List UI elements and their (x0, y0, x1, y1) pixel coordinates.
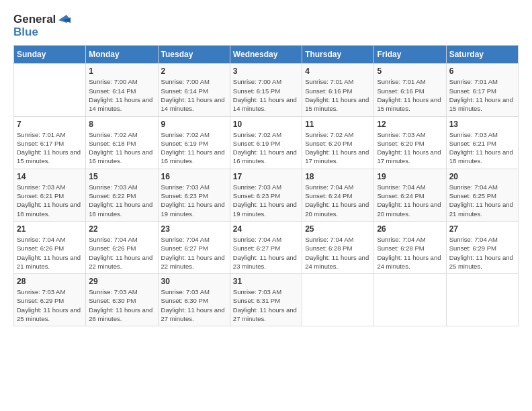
day-detail: Sunrise: 7:04 AMSunset: 6:24 PMDaylight:… (377, 183, 443, 218)
calendar-cell: 12Sunrise: 7:03 AMSunset: 6:20 PMDayligh… (374, 116, 446, 169)
day-detail: Sunrise: 7:04 AMSunset: 6:27 PMDaylight:… (161, 235, 227, 271)
day-number: 25 (305, 224, 371, 234)
calendar-cell: 3Sunrise: 7:00 AMSunset: 6:15 PMDaylight… (230, 64, 302, 116)
calendar-cell: 22Sunrise: 7:04 AMSunset: 6:26 PMDayligh… (86, 221, 158, 273)
calendar-cell (14, 64, 86, 116)
calendar-cell: 21Sunrise: 7:04 AMSunset: 6:26 PMDayligh… (14, 221, 86, 273)
calendar-cell: 14Sunrise: 7:03 AMSunset: 6:21 PMDayligh… (14, 169, 86, 221)
day-number: 28 (17, 277, 83, 286)
calendar-week-row: 21Sunrise: 7:04 AMSunset: 6:26 PMDayligh… (14, 221, 519, 273)
day-detail: Sunrise: 7:04 AMSunset: 6:26 PMDaylight:… (89, 235, 154, 271)
calendar-cell: 29Sunrise: 7:03 AMSunset: 6:30 PMDayligh… (86, 274, 158, 326)
calendar-cell: 5Sunrise: 7:01 AMSunset: 6:16 PMDaylight… (374, 64, 446, 116)
weekday-header-tuesday: Tuesday (158, 46, 230, 64)
day-detail: Sunrise: 7:04 AMSunset: 6:26 PMDaylight:… (17, 235, 83, 271)
day-number: 16 (161, 172, 227, 181)
day-number: 22 (89, 224, 154, 234)
day-detail: Sunrise: 7:04 AMSunset: 6:28 PMDaylight:… (305, 235, 371, 271)
day-number: 17 (233, 172, 299, 181)
logo-text: General Blue (13, 13, 72, 38)
weekday-header-friday: Friday (374, 46, 446, 64)
calendar-cell: 20Sunrise: 7:04 AMSunset: 6:25 PMDayligh… (446, 169, 518, 221)
calendar-cell: 23Sunrise: 7:04 AMSunset: 6:27 PMDayligh… (158, 221, 230, 273)
day-number: 8 (89, 120, 154, 129)
day-number: 3 (233, 66, 299, 76)
weekday-header-thursday: Thursday (302, 46, 374, 64)
calendar-cell: 10Sunrise: 7:02 AMSunset: 6:19 PMDayligh… (230, 116, 302, 169)
day-number: 14 (17, 172, 83, 181)
calendar-cell: 27Sunrise: 7:04 AMSunset: 6:29 PMDayligh… (446, 221, 518, 273)
calendar-cell: 17Sunrise: 7:03 AMSunset: 6:23 PMDayligh… (230, 169, 302, 221)
calendar-cell: 4Sunrise: 7:01 AMSunset: 6:16 PMDaylight… (302, 64, 374, 116)
day-number: 20 (449, 172, 515, 181)
calendar-cell: 6Sunrise: 7:01 AMSunset: 6:17 PMDaylight… (446, 64, 518, 116)
day-detail: Sunrise: 7:00 AMSunset: 6:15 PMDaylight:… (233, 77, 299, 113)
calendar-cell: 1Sunrise: 7:00 AMSunset: 6:14 PMDaylight… (86, 64, 158, 116)
day-detail: Sunrise: 7:03 AMSunset: 6:21 PMDaylight:… (449, 130, 515, 166)
day-detail: Sunrise: 7:02 AMSunset: 6:19 PMDaylight:… (233, 130, 299, 166)
weekday-header-row: SundayMondayTuesdayWednesdayThursdayFrid… (14, 46, 519, 64)
day-number: 6 (449, 66, 515, 76)
day-detail: Sunrise: 7:01 AMSunset: 6:16 PMDaylight:… (377, 77, 443, 113)
day-detail: Sunrise: 7:04 AMSunset: 6:25 PMDaylight:… (449, 183, 515, 218)
day-detail: Sunrise: 7:01 AMSunset: 6:16 PMDaylight:… (305, 77, 371, 113)
calendar-table: SundayMondayTuesdayWednesdayThursdayFrid… (13, 45, 519, 326)
calendar-cell (446, 274, 518, 326)
calendar-week-row: 28Sunrise: 7:03 AMSunset: 6:29 PMDayligh… (14, 274, 519, 326)
day-number: 24 (233, 224, 299, 234)
logo-general: General (13, 13, 56, 26)
calendar-cell: 2Sunrise: 7:00 AMSunset: 6:14 PMDaylight… (158, 64, 230, 116)
day-number: 12 (377, 120, 443, 129)
header: General Blue (13, 13, 519, 38)
calendar-header: SundayMondayTuesdayWednesdayThursdayFrid… (14, 46, 519, 64)
logo-bird-icon (57, 13, 72, 26)
weekday-header-monday: Monday (86, 46, 158, 64)
day-number: 30 (161, 277, 227, 286)
day-number: 11 (305, 120, 371, 129)
day-number: 19 (377, 172, 443, 181)
calendar-cell: 9Sunrise: 7:02 AMSunset: 6:19 PMDaylight… (158, 116, 230, 169)
day-detail: Sunrise: 7:03 AMSunset: 6:20 PMDaylight:… (377, 130, 443, 166)
day-detail: Sunrise: 7:03 AMSunset: 6:22 PMDaylight:… (89, 183, 154, 218)
day-detail: Sunrise: 7:03 AMSunset: 6:30 PMDaylight:… (161, 287, 227, 323)
day-detail: Sunrise: 7:00 AMSunset: 6:14 PMDaylight:… (161, 77, 227, 113)
calendar-cell: 30Sunrise: 7:03 AMSunset: 6:30 PMDayligh… (158, 274, 230, 326)
day-detail: Sunrise: 7:04 AMSunset: 6:27 PMDaylight:… (233, 235, 299, 271)
day-number: 23 (161, 224, 227, 234)
day-number: 9 (161, 120, 227, 129)
day-number: 27 (449, 224, 515, 234)
day-detail: Sunrise: 7:03 AMSunset: 6:23 PMDaylight:… (161, 183, 227, 218)
calendar-cell: 31Sunrise: 7:03 AMSunset: 6:31 PMDayligh… (230, 274, 302, 326)
day-number: 7 (17, 120, 83, 129)
calendar-cell: 28Sunrise: 7:03 AMSunset: 6:29 PMDayligh… (14, 274, 86, 326)
day-detail: Sunrise: 7:04 AMSunset: 6:28 PMDaylight:… (377, 235, 443, 271)
day-number: 2 (161, 66, 227, 76)
day-detail: Sunrise: 7:01 AMSunset: 6:17 PMDaylight:… (17, 130, 83, 166)
weekday-header-saturday: Saturday (446, 46, 518, 64)
day-detail: Sunrise: 7:02 AMSunset: 6:20 PMDaylight:… (305, 130, 371, 166)
calendar-cell: 25Sunrise: 7:04 AMSunset: 6:28 PMDayligh… (302, 221, 374, 273)
day-detail: Sunrise: 7:03 AMSunset: 6:30 PMDaylight:… (89, 287, 154, 323)
calendar-cell: 18Sunrise: 7:04 AMSunset: 6:24 PMDayligh… (302, 169, 374, 221)
logo-blue: Blue (13, 26, 38, 38)
day-number: 29 (89, 277, 154, 286)
calendar-cell: 15Sunrise: 7:03 AMSunset: 6:22 PMDayligh… (86, 169, 158, 221)
calendar-week-row: 1Sunrise: 7:00 AMSunset: 6:14 PMDaylight… (14, 64, 519, 116)
weekday-header-wednesday: Wednesday (230, 46, 302, 64)
logo: General Blue (13, 13, 72, 38)
day-detail: Sunrise: 7:03 AMSunset: 6:21 PMDaylight:… (17, 183, 83, 218)
calendar-cell (302, 274, 374, 326)
calendar-cell: 26Sunrise: 7:04 AMSunset: 6:28 PMDayligh… (374, 221, 446, 273)
day-number: 4 (305, 66, 371, 76)
day-number: 13 (449, 120, 515, 129)
calendar-body: 1Sunrise: 7:00 AMSunset: 6:14 PMDaylight… (14, 64, 519, 326)
calendar-week-row: 7Sunrise: 7:01 AMSunset: 6:17 PMDaylight… (14, 116, 519, 169)
weekday-header-sunday: Sunday (14, 46, 86, 64)
day-number: 15 (89, 172, 154, 181)
day-number: 1 (89, 66, 154, 76)
day-detail: Sunrise: 7:00 AMSunset: 6:14 PMDaylight:… (89, 77, 154, 113)
calendar-week-row: 14Sunrise: 7:03 AMSunset: 6:21 PMDayligh… (14, 169, 519, 221)
day-number: 26 (377, 224, 443, 234)
day-detail: Sunrise: 7:03 AMSunset: 6:31 PMDaylight:… (233, 287, 299, 323)
calendar-cell: 13Sunrise: 7:03 AMSunset: 6:21 PMDayligh… (446, 116, 518, 169)
